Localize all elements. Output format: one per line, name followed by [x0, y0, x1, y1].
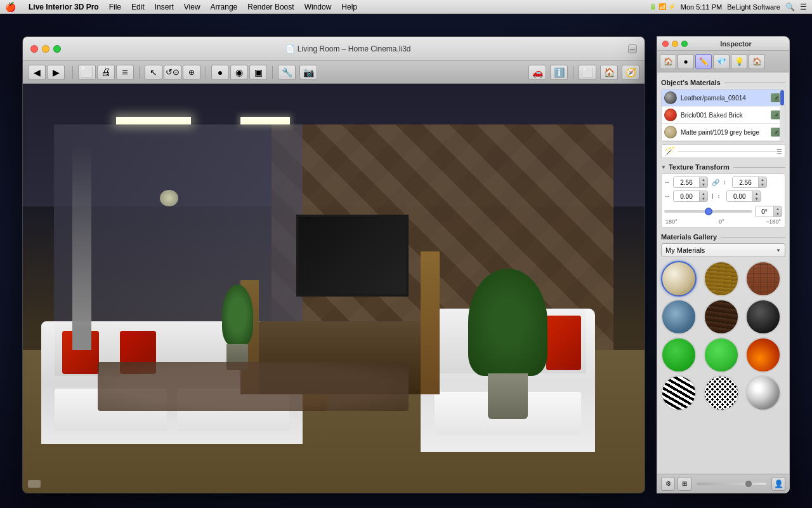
floorplan-button[interactable]: ⬜ — [78, 65, 96, 80]
menubar-item-app[interactable]: Live Interior 3D Pro — [23, 3, 104, 11]
inspector-tab-light[interactable]: 💡 — [731, 54, 747, 69]
inspector-tab-object[interactable]: ● — [678, 54, 694, 69]
v-offset-down[interactable]: ▼ — [753, 196, 761, 201]
gallery-item-green2[interactable] — [704, 337, 739, 373]
menubar-item-window[interactable]: Window — [299, 3, 337, 11]
gallery-item-dark-wood[interactable] — [704, 299, 739, 335]
gallery-dropdown[interactable]: My Materials ▼ — [661, 243, 785, 257]
inspector-person-btn[interactable]: 👤 — [771, 477, 785, 491]
car-button[interactable]: 🚗 — [528, 65, 546, 80]
h-scale-up[interactable]: ▲ — [700, 177, 707, 182]
rotation-input[interactable] — [756, 206, 773, 217]
close-button[interactable] — [30, 45, 38, 53]
circle-tool[interactable]: ● — [211, 65, 229, 80]
gallery-item-water[interactable] — [661, 299, 697, 335]
h-scale-input[interactable] — [674, 177, 699, 187]
v-offset-up[interactable]: ▲ — [753, 191, 761, 196]
inspector-tab-gem[interactable]: 💎 — [713, 54, 730, 69]
move-tool[interactable]: ⊕ — [183, 65, 200, 80]
gallery-item-chrome[interactable] — [745, 375, 781, 411]
gallery-item-black[interactable] — [745, 299, 781, 335]
viewport[interactable]: ||| — [23, 84, 645, 493]
window-expand-button[interactable]: — — [628, 44, 637, 53]
gallery-item-cream[interactable] — [661, 261, 697, 297]
menubar-menu-icon[interactable]: ☰ — [800, 3, 807, 11]
material-item-2[interactable]: Matte paint/1019 grey beige ✓ — [662, 124, 785, 141]
gallery-item-wood-light[interactable] — [704, 261, 739, 297]
texture-tool[interactable]: 🔧 — [278, 65, 296, 80]
rotation-slider-track[interactable] — [664, 210, 752, 213]
h-offset-stepper[interactable]: ▲ ▼ — [699, 191, 707, 201]
inspector-settings-btn[interactable]: ⚙ — [661, 477, 675, 491]
menubar-item-help[interactable]: Help — [336, 3, 362, 11]
inspector-minimize[interactable] — [672, 41, 678, 47]
inspector-traffic-lights — [662, 41, 688, 47]
home-view-button[interactable]: 🏠 — [600, 65, 618, 80]
h-scale-stepper[interactable]: ▲ ▼ — [699, 177, 707, 187]
material-item-1[interactable]: Brick/001 Baked Brick ✓ — [662, 107, 785, 124]
menubar-item-arrange[interactable]: Arrange — [206, 3, 243, 11]
print-button[interactable]: 🖨 — [97, 65, 115, 80]
material-item-0[interactable]: Leather/pamela_09014 ✓ — [662, 90, 785, 107]
h-offset-down[interactable]: ▼ — [700, 196, 707, 201]
h-offset-label: ↔ — [664, 193, 671, 199]
h-offset-input[interactable] — [674, 191, 699, 201]
rotation-stepper[interactable]: ▲ ▼ — [773, 206, 782, 217]
menubar-item-view[interactable]: View — [179, 3, 206, 11]
materials-scrollbar[interactable] — [780, 90, 785, 141]
gallery-item-fire[interactable] — [745, 337, 781, 373]
v-scale-stepper[interactable]: ▲ ▼ — [758, 177, 766, 187]
info-button[interactable]: ℹ️ — [550, 65, 568, 80]
v-scale-input[interactable] — [733, 177, 758, 187]
ring-tool[interactable]: ◉ — [230, 65, 248, 80]
materials-scrollbar-thumb — [780, 90, 784, 105]
menubar-item-render[interactable]: Render Boost — [242, 3, 299, 11]
h-offset-input-group: ▲ ▼ — [673, 190, 708, 202]
menubar-item-insert[interactable]: Insert — [150, 3, 179, 11]
apple-menu[interactable]: 🍎 — [5, 2, 16, 12]
rotation-up[interactable]: ▲ — [774, 206, 782, 211]
select-tool[interactable]: ↖ — [145, 65, 162, 80]
inspector-close[interactable] — [662, 41, 669, 47]
gallery-item-zebra[interactable] — [661, 375, 697, 411]
v-scale-up[interactable]: ▲ — [759, 177, 766, 182]
v-offset-input[interactable] — [727, 191, 752, 201]
inspector-maximize[interactable] — [681, 41, 688, 47]
square-tool[interactable]: ▣ — [249, 65, 267, 80]
menubar-item-file[interactable]: File — [104, 3, 126, 11]
rotation-slider-thumb[interactable] — [705, 208, 712, 215]
maximize-button[interactable] — [53, 45, 61, 53]
forward-button[interactable]: ▶ — [47, 65, 65, 80]
square-frame-button[interactable]: ⬜ — [579, 65, 596, 80]
list-button[interactable]: ≡ — [116, 65, 134, 80]
slider-label-0: 0° — [719, 218, 724, 225]
minimize-button[interactable] — [42, 45, 49, 53]
menubar-search-icon[interactable]: 🔍 — [785, 3, 795, 11]
texture-collapse-btn[interactable]: ▼ — [661, 164, 666, 170]
inspector-tab-scene[interactable]: 🏠 — [749, 54, 765, 69]
object-tools: ● ◉ ▣ — [211, 65, 267, 80]
h-offset-up[interactable]: ▲ — [700, 191, 707, 196]
compass-button[interactable]: 🧭 — [622, 65, 639, 80]
link-icon[interactable]: 🔗 — [710, 179, 721, 186]
gallery-item-spots[interactable] — [704, 375, 739, 411]
h-scale-down[interactable]: ▼ — [700, 182, 707, 187]
v-scale-down[interactable]: ▼ — [759, 182, 766, 187]
orbit-tool[interactable]: ↺⊙ — [164, 65, 181, 80]
wand-row: 🪄 ☰ — [661, 144, 785, 158]
main-window: 📄 Living Room – Home Cinema.li3d — ◀ ▶ ⬜… — [22, 36, 645, 493]
gallery-section-title: Materials Gallery — [661, 233, 717, 241]
gallery-item-brick[interactable] — [745, 261, 781, 297]
inspector-zoom-slider[interactable] — [697, 483, 766, 485]
v-offset-stepper[interactable]: ▲ ▼ — [752, 191, 761, 201]
rotation-down[interactable]: ▼ — [774, 211, 782, 217]
menubar-item-edit[interactable]: Edit — [126, 3, 150, 11]
inspector-grid-btn[interactable]: ⊞ — [678, 477, 691, 491]
inspector-tab-home[interactable]: 🏠 — [660, 54, 676, 69]
camera-tool[interactable]: 📷 — [299, 65, 317, 80]
back-button[interactable]: ◀ — [28, 65, 46, 80]
menubar-time: Mon 5:11 PM — [681, 3, 722, 11]
gallery-item-green1[interactable] — [661, 337, 697, 373]
inspector-tab-material[interactable]: ✏️ — [695, 54, 712, 69]
inspector-zoom-thumb[interactable] — [745, 481, 752, 487]
